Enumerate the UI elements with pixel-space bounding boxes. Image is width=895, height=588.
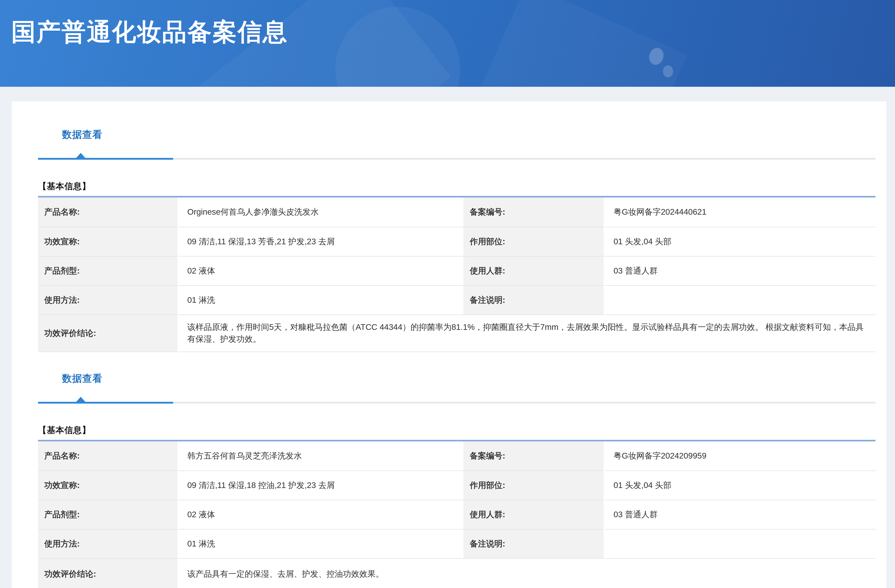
field-label-remarks: 备注说明: xyxy=(464,285,604,315)
field-label-product-form: 产品剂型: xyxy=(38,500,178,529)
field-value-target-users: 03 普通人群 xyxy=(604,256,875,285)
field-label-target-users: 使用人群: xyxy=(464,256,604,285)
page-header-banner: 国产普通化妆品备案信息 xyxy=(0,0,895,87)
table-row: 功效宣称: 09 清洁,11 保湿,13 芳香,21 护发,23 去屑 作用部位… xyxy=(38,227,875,256)
banner-decoration xyxy=(335,7,460,87)
table-row: 使用方法: 01 淋洗 备注说明: xyxy=(38,529,875,559)
table-row: 产品剂型: 02 液体 使用人群: 03 普通人群 xyxy=(38,256,875,285)
field-label-application-area: 作用部位: xyxy=(464,227,604,256)
field-label-usage-method: 使用方法: xyxy=(38,285,178,315)
field-label-product-form: 产品剂型: xyxy=(38,256,178,285)
field-label-efficacy-conclusion: 功效评价结论: xyxy=(38,315,178,352)
field-value-application-area: 01 头发,04 头部 xyxy=(604,471,875,500)
tab-data-view[interactable]: 数据查看 xyxy=(62,129,103,140)
field-label-product-name: 产品名称: xyxy=(38,441,178,471)
tab-underline xyxy=(38,402,875,403)
field-value-product-name: 韩方五谷何首乌灵芝亮泽洗发水 xyxy=(178,441,464,471)
field-label-remarks: 备注说明: xyxy=(464,529,604,559)
tab-active-indicator xyxy=(38,402,173,403)
table-row: 产品名称: Orginese何首乌人参净澈头皮洗发水 备案编号: 粤G妆网备字2… xyxy=(38,197,875,227)
field-value-product-form: 02 液体 xyxy=(178,500,464,529)
basic-info-heading: 【基本信息】 xyxy=(38,181,875,192)
field-label-efficacy-claims: 功效宣称: xyxy=(38,471,178,500)
table-row: 功效评价结论: 该产品具有一定的保湿、去屑、护发、控油功效效果。 xyxy=(38,559,875,588)
basic-info-heading: 【基本信息】 xyxy=(38,424,875,435)
table-row: 使用方法: 01 淋洗 备注说明: xyxy=(38,285,875,315)
tab-data-view[interactable]: 数据查看 xyxy=(62,373,103,384)
banner-decoration xyxy=(663,65,673,77)
field-value-efficacy-claims: 09 清洁,11 保湿,18 控油,21 护发,23 去屑 xyxy=(178,471,464,500)
field-value-application-area: 01 头发,04 头部 xyxy=(604,227,875,256)
field-label-product-name: 产品名称: xyxy=(38,197,178,227)
table-row: 功效宣称: 09 清洁,11 保湿,18 控油,21 护发,23 去屑 作用部位… xyxy=(38,471,875,500)
field-value-record-number: 粤G妆网备字2024209959 xyxy=(604,441,875,471)
tab-underline xyxy=(38,158,875,160)
field-value-usage-method: 01 淋洗 xyxy=(178,529,464,559)
field-value-remarks xyxy=(604,285,875,315)
record-section-1: 数据查看 【基本信息】 产品名称: Orginese何首乌人参净澈头皮洗发水 备… xyxy=(38,102,875,352)
field-label-target-users: 使用人群: xyxy=(464,500,604,529)
page-title: 国产普通化妆品备案信息 xyxy=(11,18,288,45)
basic-info-table: 产品名称: Orginese何首乌人参净澈头皮洗发水 备案编号: 粤G妆网备字2… xyxy=(38,196,875,352)
field-label-record-number: 备案编号: xyxy=(464,197,604,227)
field-value-efficacy-conclusion: 该样品原液，作用时间5天，对糠秕马拉色菌（ATCC 44344）的抑菌率为81.… xyxy=(178,315,875,352)
banner-decoration xyxy=(455,0,687,87)
table-row: 产品名称: 韩方五谷何首乌灵芝亮泽洗发水 备案编号: 粤G妆网备字2024209… xyxy=(38,441,875,471)
field-label-efficacy-conclusion: 功效评价结论: xyxy=(38,559,178,588)
field-value-target-users: 03 普通人群 xyxy=(604,500,875,529)
field-label-record-number: 备案编号: xyxy=(464,441,604,471)
table-row: 产品剂型: 02 液体 使用人群: 03 普通人群 xyxy=(38,500,875,529)
field-label-application-area: 作用部位: xyxy=(464,471,604,500)
table-row: 功效评价结论: 该样品原液，作用时间5天，对糠秕马拉色菌（ATCC 44344）… xyxy=(38,315,875,352)
field-value-usage-method: 01 淋洗 xyxy=(178,285,464,315)
tab-caret-icon xyxy=(76,153,85,158)
field-value-efficacy-claims: 09 清洁,11 保湿,13 芳香,21 护发,23 去屑 xyxy=(178,227,464,256)
tab-active-indicator xyxy=(38,158,173,160)
field-value-product-name: Orginese何首乌人参净澈头皮洗发水 xyxy=(178,197,464,227)
field-value-record-number: 粤G妆网备字2024440621 xyxy=(604,197,875,227)
field-value-product-form: 02 液体 xyxy=(178,256,464,285)
content-card: 数据查看 【基本信息】 产品名称: Orginese何首乌人参净澈头皮洗发水 备… xyxy=(12,102,886,588)
field-label-efficacy-claims: 功效宣称: xyxy=(38,227,178,256)
field-label-usage-method: 使用方法: xyxy=(38,529,178,559)
record-section-2: 数据查看 【基本信息】 产品名称: 韩方五谷何首乌灵芝亮泽洗发水 备案编号: 粤… xyxy=(38,373,875,588)
field-value-remarks xyxy=(604,529,875,559)
banner-decoration xyxy=(647,46,666,67)
tab-caret-icon xyxy=(76,397,85,402)
basic-info-table: 产品名称: 韩方五谷何首乌灵芝亮泽洗发水 备案编号: 粤G妆网备字2024209… xyxy=(38,440,875,588)
field-value-efficacy-conclusion: 该产品具有一定的保湿、去屑、护发、控油功效效果。 xyxy=(178,559,875,588)
